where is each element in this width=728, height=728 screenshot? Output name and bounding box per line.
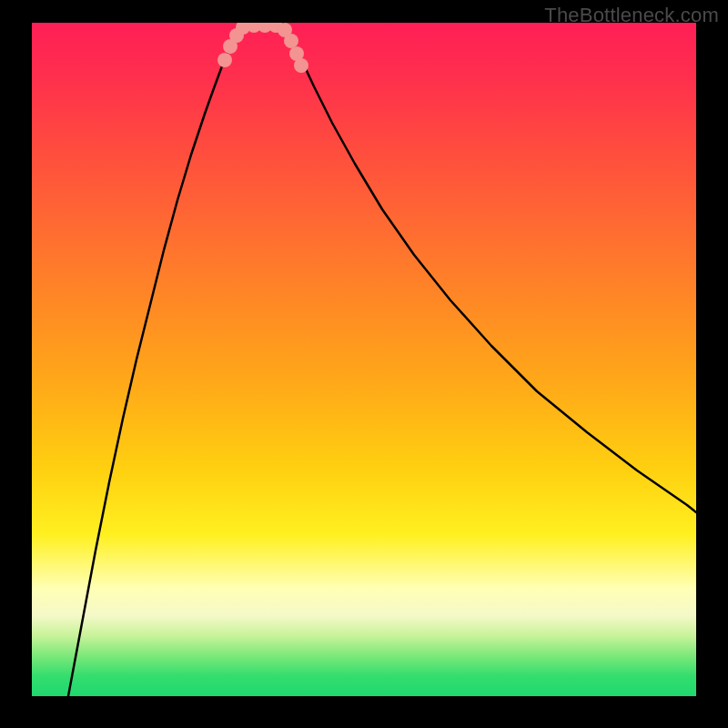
chart-frame: TheBottleneck.com — [0, 0, 728, 728]
valley-marker-10 — [294, 58, 308, 73]
bottleneck-curve-svg — [32, 23, 696, 696]
curve-right-branch — [285, 25, 696, 512]
curve-left-branch — [68, 25, 239, 696]
gradient-plot-area — [32, 23, 696, 696]
valley-marker-0 — [217, 53, 232, 67]
valley-marker-8 — [284, 34, 298, 48]
watermark-text: TheBottleneck.com — [544, 4, 719, 27]
